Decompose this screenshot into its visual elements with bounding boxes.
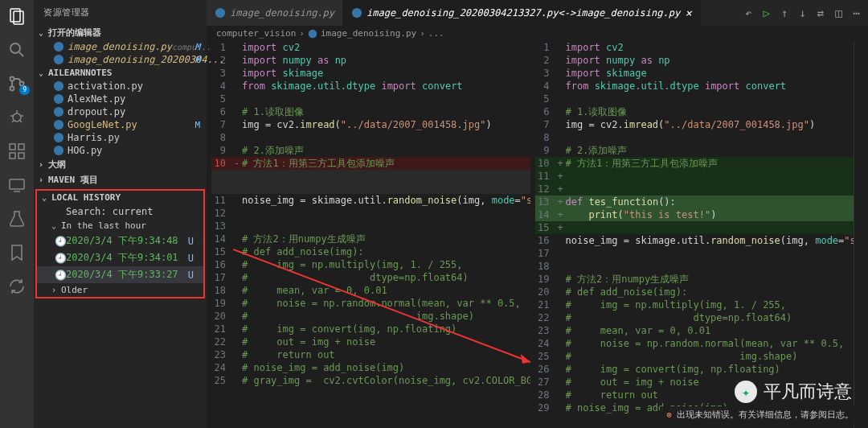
code-line[interactable]: 8 xyxy=(535,131,854,144)
breadcrumb[interactable]: computer_vision› image_denoising.py› ... xyxy=(207,26,868,41)
status-notification[interactable]: ⊗ 出现未知错误。有关详细信息，请参阅日志。 xyxy=(660,406,860,423)
python-file-icon xyxy=(53,41,64,52)
code-line[interactable]: 1import cv2 xyxy=(535,41,854,54)
code-line[interactable]: 2import numpy as np xyxy=(211,54,530,67)
local-history-section[interactable]: ⌄LOCAL HISTORY xyxy=(37,191,203,204)
go-back-icon[interactable]: ↶ xyxy=(745,6,751,19)
code-line[interactable]: 23# return out xyxy=(211,348,530,361)
code-line[interactable]: 15# def add_noise(img): xyxy=(211,245,530,258)
chevron-right-icon: › xyxy=(39,160,48,169)
tab-inactive[interactable]: image_denoising.py xyxy=(207,0,343,26)
minimap[interactable] xyxy=(854,41,868,428)
history-entry[interactable]: 🕘2020/3/4 下午9:33:27U xyxy=(37,266,203,283)
code-line[interactable]: 16# img = np.multiply(img, 1. / 255, xyxy=(211,258,530,271)
code-line[interactable]: 19# noise = np.random.normal(mean, var *… xyxy=(211,297,530,310)
scm-icon[interactable]: 9 xyxy=(7,74,27,93)
close-icon[interactable]: × xyxy=(685,6,691,19)
file-item[interactable]: AlexNet.py xyxy=(34,93,207,105)
local-history-older[interactable]: ›Older xyxy=(37,283,203,297)
code-line[interactable]: 13+def tes_function(): xyxy=(535,195,854,208)
code-line[interactable]: 25# img.shape) xyxy=(535,350,854,363)
code-line[interactable]: 8 xyxy=(211,131,530,144)
code-line[interactable]: 5 xyxy=(535,93,854,105)
test-icon[interactable] xyxy=(7,209,27,228)
code-line[interactable]: 12 xyxy=(211,207,530,220)
code-line[interactable]: 26# img = convert(img, np.floating) xyxy=(535,363,854,376)
open-editor-item[interactable]: image_denoising_20200304... M xyxy=(34,53,207,66)
code-line[interactable]: 13 xyxy=(211,220,530,233)
code-line[interactable]: 19# 方法2：用numpy生成噪声 xyxy=(535,273,854,286)
split-icon[interactable]: ◫ xyxy=(835,6,841,19)
code-line[interactable]: 21# img = convert(img, np.floating) xyxy=(211,323,530,335)
code-line[interactable]: 9# 2.添加噪声 xyxy=(535,144,854,157)
project-section[interactable]: ⌄AILEARNNOTES xyxy=(34,66,207,80)
code-line[interactable]: 16noise_img = skimage.util.random_noise(… xyxy=(535,234,854,247)
outline-section[interactable]: ›大纲 xyxy=(34,157,207,172)
code-line[interactable]: 11noise_img = skimage.util.random_noise(… xyxy=(211,194,530,207)
code-line[interactable]: 18# mean, var = 0, 0.01 xyxy=(211,284,530,297)
code-line[interactable]: 21# img = np.multiply(img, 1. / 255, xyxy=(535,298,854,311)
code-line[interactable]: 14# 方法2：用numpy生成噪声 xyxy=(211,233,530,245)
code-line[interactable]: 2import numpy as np xyxy=(535,54,854,67)
sync-icon[interactable] xyxy=(7,277,27,296)
file-item[interactable]: HOG.py xyxy=(34,144,207,157)
file-item[interactable]: Harris.py xyxy=(34,131,207,144)
code-line[interactable]: 3import skimage xyxy=(535,67,854,80)
remote-icon[interactable] xyxy=(7,175,27,195)
code-line[interactable]: 24# noise_img = add_noise(img) xyxy=(211,361,530,374)
file-item[interactable]: dropout.py xyxy=(34,105,207,118)
code-line[interactable]: 4from skimage.util.dtype import convert xyxy=(211,80,530,93)
code-line[interactable]: 22# dtype=np.float64) xyxy=(535,311,854,324)
code-line[interactable]: 17# dtype=np.float64) xyxy=(211,271,530,284)
explorer-icon[interactable] xyxy=(7,6,27,26)
code-line[interactable]: 24# noise = np.random.normal(mean, var *… xyxy=(535,337,854,350)
search-icon[interactable] xyxy=(7,40,27,60)
more-icon[interactable]: ⋯ xyxy=(854,6,860,19)
editor-actions: ↶ ▷ ↑ ↓ ⇄ ◫ ⋯ xyxy=(745,6,868,19)
code-line[interactable]: 1import cv2 xyxy=(211,41,530,54)
code-line[interactable]: 7img = cv2.imread("../data/2007_001458.j… xyxy=(211,118,530,131)
run-icon[interactable]: ▷ xyxy=(763,6,769,19)
code-line[interactable]: 15+ xyxy=(535,221,854,234)
svg-line-11 xyxy=(12,120,14,122)
history-entry[interactable]: 🕘2020/3/4 下午9:34:01U xyxy=(37,249,203,266)
python-file-icon xyxy=(351,7,362,19)
toggle-icon[interactable]: ⇄ xyxy=(817,6,824,19)
open-editor-item[interactable]: image_denoising.py compu...M xyxy=(34,40,207,53)
tab-active[interactable]: image_denoising_20200304213327.py<->imag… xyxy=(343,0,701,26)
code-line[interactable]: 5 xyxy=(211,93,530,105)
code-line[interactable]: 17 xyxy=(535,247,854,260)
code-line[interactable]: 11+ xyxy=(535,170,854,183)
code-line[interactable]: 6# 1.读取图像 xyxy=(535,105,854,118)
code-line[interactable]: 14+ print("this is test!") xyxy=(535,208,854,221)
diff-right-pane[interactable]: 1import cv22import numpy as np3import sk… xyxy=(530,41,854,428)
code-line[interactable]: 23# mean, var = 0, 0.01 xyxy=(535,324,854,337)
file-item[interactable]: GoogLeNet.pyM xyxy=(34,118,207,131)
history-entry[interactable]: 🕘2020/3/4 下午9:34:48U xyxy=(37,233,203,249)
code-line[interactable]: 22# out = img + noise xyxy=(211,335,530,348)
maven-section[interactable]: ›MAVEN 项目 xyxy=(34,172,207,187)
code-line[interactable]: 18 xyxy=(535,260,854,273)
editor-area: image_denoising.py image_denoising_20200… xyxy=(207,0,868,428)
chevron-down-icon: ⌄ xyxy=(39,28,48,37)
code-line[interactable]: 7img = cv2.imread("../data/2007_001458.j… xyxy=(535,118,854,131)
bookmark-icon[interactable] xyxy=(7,243,27,262)
code-line[interactable]: 12+ xyxy=(535,183,854,195)
diff-left-pane[interactable]: 1import cv22import numpy as np3import sk… xyxy=(207,41,530,428)
next-diff-icon[interactable]: ↓ xyxy=(799,6,805,19)
code-line[interactable]: 20# img.shape) xyxy=(211,310,530,323)
extensions-icon[interactable] xyxy=(7,142,27,161)
code-line[interactable]: 10+# 方法1：用第三方工具包添加噪声 xyxy=(535,157,854,170)
code-line[interactable]: 9# 2.添加噪声 xyxy=(211,144,530,157)
code-line[interactable]: 4from skimage.util.dtype import convert xyxy=(535,80,854,93)
code-line[interactable]: 20# def add_noise(img): xyxy=(535,286,854,298)
prev-diff-icon[interactable]: ↑ xyxy=(781,6,788,19)
code-line[interactable]: 3import skimage xyxy=(211,67,530,80)
file-item[interactable]: activation.py xyxy=(34,80,207,93)
local-history-group[interactable]: ⌄In the last hour xyxy=(37,219,203,233)
code-line[interactable]: 25# gray_img = cv2.cvtColor(noise_img, c… xyxy=(211,374,530,387)
debug-icon[interactable] xyxy=(7,108,27,127)
open-editors-section[interactable]: ⌄打开的编辑器 xyxy=(34,25,207,40)
code-line[interactable]: 10-# 方法1：用第三方工具包添加噪声 xyxy=(211,157,530,170)
code-line[interactable]: 6# 1.读取图像 xyxy=(211,105,530,118)
